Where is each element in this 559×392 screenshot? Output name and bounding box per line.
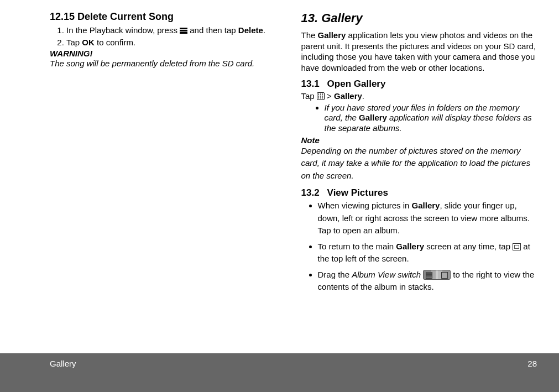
li3-b: Album View switch <box>352 270 421 279</box>
step-1: In the Playback window, press and then t… <box>66 25 286 36</box>
delete-label: Delete <box>238 25 263 35</box>
sub-bullet-1: If you have stored your files in folders… <box>325 103 537 134</box>
bul1-b: Gallery <box>359 113 387 122</box>
sub-num: 13.1 <box>301 79 320 90</box>
apps-grid-icon <box>317 92 325 100</box>
intro-a: The <box>301 30 318 40</box>
step-1-text-a: In the Playback window, press <box>66 25 180 35</box>
step-1-text-b: and then tap <box>187 25 238 35</box>
li2-c: screen at any time, tap <box>424 242 513 251</box>
footer-section: Gallery <box>50 359 76 368</box>
album-view-switch-icon <box>423 270 451 280</box>
options-icon <box>180 28 187 34</box>
warning-text: The song will be permanently deleted fro… <box>50 58 286 69</box>
tap-a: Tap <box>301 91 317 101</box>
chapter-heading: 13. Gallery <box>301 11 537 25</box>
sub2-num: 13.2 <box>301 187 320 198</box>
tap-c: Gallery <box>334 91 362 101</box>
step-2: Tap OK to confirm. <box>66 37 286 48</box>
li3-a: Drag the <box>318 270 352 279</box>
open-gallery-line: Tap > Gallery. <box>301 91 537 102</box>
page-footer: Gallery 28 <box>0 353 559 392</box>
gallery-home-icon <box>513 243 521 250</box>
li2-a: To return to the main <box>318 242 396 251</box>
footer-page-number: 28 <box>527 359 537 368</box>
view-bullet-3: Drag the Album View switch to the right … <box>318 269 537 294</box>
view-bullet-1: When viewing pictures in Gallery, slide … <box>318 200 537 237</box>
li2-b: Gallery <box>396 242 424 251</box>
view-bullet-2: To return to the main Gallery screen at … <box>318 241 537 265</box>
li1-b: Gallery <box>412 201 440 210</box>
sub-title: Open Gallery <box>327 79 386 89</box>
li1-a: When viewing pictures in <box>318 201 412 210</box>
note-heading: Note <box>301 135 537 145</box>
step-2-text-a: Tap <box>66 38 82 47</box>
section-heading: 12.15 Delete Current Song <box>50 11 286 23</box>
sub2-title: View Pictures <box>327 187 388 198</box>
step-2-text-c: to confirm. <box>95 38 135 47</box>
warning-heading: WARNING! <box>50 49 286 58</box>
note-text: Depending on the number of pictures stor… <box>301 145 537 182</box>
tap-d: . <box>362 91 364 101</box>
intro-para: The Gallery application lets you view ph… <box>301 30 537 73</box>
intro-b: Gallery <box>318 30 346 40</box>
tap-b: > <box>325 91 334 101</box>
subsection-13-2: 13.2View Pictures <box>301 187 537 198</box>
step-1-text-d: . <box>263 25 265 35</box>
subsection-13-1: 13.1Open Gallery <box>301 79 537 90</box>
ok-label: OK <box>82 38 95 47</box>
